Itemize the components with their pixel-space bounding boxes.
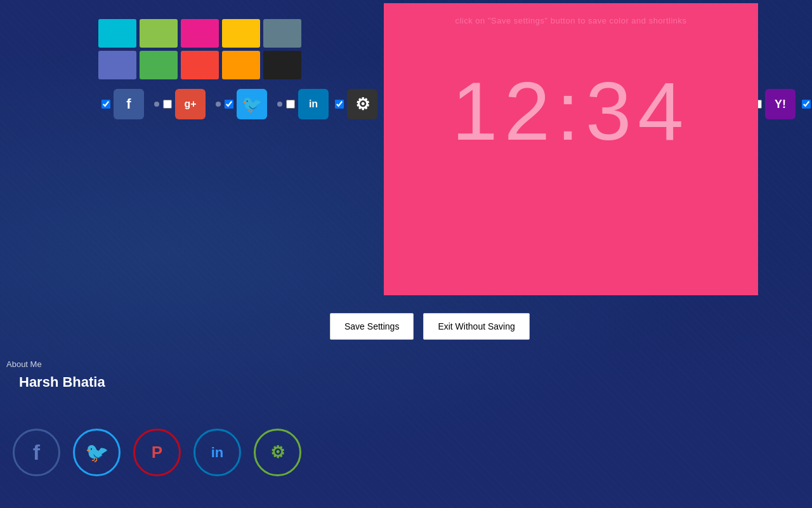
twitter-icon[interactable]: 🐦 [237, 89, 267, 119]
checkbox-twitter[interactable] [225, 100, 233, 109]
bottom-github-icon[interactable]: ⚙ [254, 429, 301, 476]
swatch-lime[interactable] [140, 51, 178, 79]
bottom-social-row: f 🐦 P in ⚙ [13, 429, 301, 476]
color-swatches-grid [98, 19, 301, 79]
checkbox-gplus[interactable] [163, 100, 172, 109]
bottom-twitter-icon[interactable]: 🐦 [73, 429, 121, 476]
bottom-facebook-icon[interactable]: f [13, 429, 60, 476]
social-item-twitter: 🐦 [225, 89, 273, 119]
about-me-name: Harsh Bhatia [6, 374, 105, 391]
yahoo-icon[interactable]: Y! [765, 89, 796, 119]
swatch-orange[interactable] [222, 51, 260, 79]
facebook-icon[interactable]: f [114, 89, 144, 119]
buttons-row: Save Settings Exit Without Saving [330, 313, 530, 340]
about-me-section: About Me Harsh Bhatia [6, 359, 105, 391]
swatch-green[interactable] [140, 19, 178, 48]
checkbox-pinterest[interactable] [802, 100, 811, 109]
swatch-gray[interactable] [263, 19, 301, 48]
dot [277, 102, 282, 107]
bottom-pinterest-icon[interactable]: P [133, 429, 181, 476]
gplus-icon[interactable]: g+ [175, 89, 206, 119]
about-me-label: About Me [6, 359, 105, 369]
github-icon[interactable]: ⚙ [347, 89, 377, 119]
clock-display: 12:34 [452, 64, 690, 159]
social-item-gplus: g+ [163, 89, 212, 119]
preview-panel: click on "Save settings" button to save … [384, 3, 758, 295]
checkbox-facebook[interactable] [102, 100, 110, 109]
social-item-facebook: f [102, 89, 150, 119]
swatch-cyan[interactable] [98, 19, 136, 48]
swatch-black[interactable] [263, 51, 301, 79]
social-item-yahoo: Y! [753, 89, 802, 119]
social-item-pinterest: P [802, 89, 812, 119]
swatch-pink[interactable] [181, 19, 219, 48]
exit-without-saving-button[interactable]: Exit Without Saving [423, 313, 529, 340]
swatch-yellow[interactable] [222, 19, 260, 48]
social-row-4: P 🖼 ✿ Bē [802, 89, 812, 119]
swatch-slate[interactable] [98, 51, 136, 79]
swatch-red[interactable] [181, 51, 219, 79]
linkedin-icon[interactable]: in [298, 89, 329, 119]
dot [216, 102, 221, 107]
preview-hint: click on "Save settings" button to save … [455, 16, 686, 25]
bottom-linkedin-icon[interactable]: in [193, 429, 241, 476]
dot [154, 102, 159, 107]
social-item-linkedin: in [286, 89, 335, 119]
checkbox-linkedin[interactable] [286, 100, 295, 109]
save-settings-button[interactable]: Save Settings [330, 313, 414, 340]
social-item-github: ⚙ [335, 89, 384, 119]
checkbox-github[interactable] [335, 100, 344, 109]
social-row-1: f g+ 🐦 in [102, 89, 335, 119]
